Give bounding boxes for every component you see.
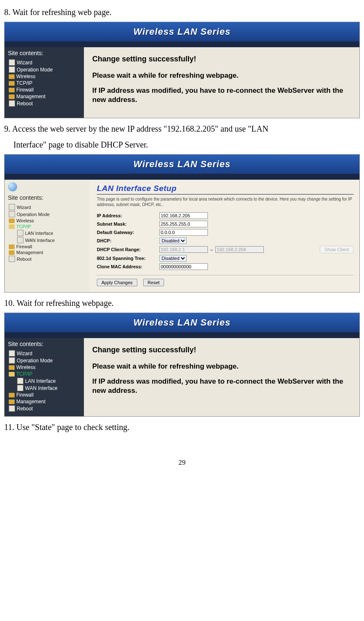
sidebar-item-management[interactable]: Management <box>6 93 82 100</box>
sidebar-item-opmode[interactable]: Operation Mode <box>6 211 88 218</box>
header-divider <box>5 332 359 338</box>
header-divider <box>5 174 359 180</box>
label-span: 802.1d Spanning Tree: <box>97 256 159 261</box>
content-area-success: Change setting successfully! Please wait… <box>84 47 359 118</box>
folder-icon <box>9 81 15 86</box>
sidebar-item-lan[interactable]: LAN Interface <box>6 229 88 237</box>
reset-button[interactable]: Reset <box>143 279 164 286</box>
row-ip: IP Address: <box>97 211 354 220</box>
page-icon <box>9 350 15 356</box>
row-mask: Subnet Mask: <box>97 220 354 228</box>
step-9-text-b: Interface" page to disable DHCP Server. <box>4 138 360 151</box>
sidebar-item-opmode[interactable]: Operation Mode <box>6 66 82 73</box>
page-icon <box>9 59 15 66</box>
input-gw[interactable] <box>159 229 208 236</box>
page-icon <box>9 66 15 73</box>
select-dhcp[interactable]: Disabled <box>159 237 187 244</box>
sidebar-item-tcpip[interactable]: TCP/IP <box>6 80 82 87</box>
folder-icon <box>9 250 15 255</box>
folder-icon <box>9 244 15 249</box>
step-9-text-a: 9. Access the web server by the new IP a… <box>4 122 360 135</box>
sidebar-item-wizard[interactable]: Wizard <box>6 59 82 66</box>
sidebar-item-management[interactable]: Management <box>6 249 88 255</box>
sidebar-item-wan[interactable]: WAN Interface <box>6 384 82 392</box>
lan-setup-title: LAN Interface Setup <box>97 184 354 195</box>
sidebar-title: Site contents: <box>8 50 82 56</box>
show-client-button: Show Client <box>320 246 354 253</box>
brand-header: Wireless LAN Series <box>5 155 359 174</box>
page-icon <box>9 211 15 217</box>
folder-icon <box>9 365 15 370</box>
folder-icon <box>9 88 15 92</box>
sidebar-item-tcpip[interactable]: TCP/IP <box>6 371 82 377</box>
button-row: Apply Changes Reset <box>97 275 354 286</box>
step-8-text: 8. Wait for refreshing web page. <box>4 6 360 18</box>
success-ipnote: If IP address was modified, you have to … <box>92 377 351 395</box>
step-10-text: 10. Wait for refreshing webpage. <box>4 297 360 309</box>
sidebar-item-wireless[interactable]: Wireless <box>6 73 82 80</box>
page-icon <box>17 237 23 243</box>
brand-header: Wireless LAN Series <box>5 22 359 41</box>
sidebar-item-wizard[interactable]: Wizard <box>6 350 82 357</box>
sidebar-item-reboot[interactable]: Reboot <box>6 255 88 262</box>
label-gw: Default Gateway: <box>97 230 159 235</box>
brand-header: Wireless LAN Series <box>5 313 359 332</box>
page-icon <box>9 256 15 262</box>
success-title: Change setting successfully! <box>92 55 351 64</box>
select-span[interactable]: Disabled <box>159 255 187 262</box>
sidebar: Site contents: Wizard Operation Mode Wir… <box>5 47 84 118</box>
folder-icon <box>9 94 15 99</box>
sidebar: Site contents: Wizard Operation Mode Wir… <box>5 338 84 416</box>
sidebar-item-opmode[interactable]: Operation Mode <box>6 357 82 364</box>
sidebar-item-reboot[interactable]: Reboot <box>6 405 82 412</box>
sidebar-item-wireless[interactable]: Wireless <box>6 364 82 371</box>
row-gw: Default Gateway: <box>97 228 354 237</box>
sidebar-title: Site contents: <box>8 194 88 201</box>
sidebar-item-tcpip[interactable]: TCP/IP <box>6 224 88 229</box>
page-icon <box>17 230 23 236</box>
sidebar-item-wireless[interactable]: Wireless <box>6 218 88 224</box>
sidebar: Site contents: Wizard Operation Mode Wir… <box>5 180 89 292</box>
screenshot-1: Wireless LAN Series Site contents: Wizar… <box>4 22 360 118</box>
page-icon <box>9 357 15 364</box>
sidebar-item-reboot[interactable]: Reboot <box>6 100 82 107</box>
step-11-text: 11. Use "State" page to check setting. <box>4 421 360 433</box>
row-clone: Clone MAC Address: <box>97 262 354 271</box>
label-dhcp: DHCP: <box>97 238 159 243</box>
input-mask[interactable] <box>159 221 208 227</box>
sidebar-item-wan[interactable]: WAN Interface <box>6 237 88 244</box>
sidebar-item-wizard[interactable]: Wizard <box>6 204 88 211</box>
label-ip: IP Address: <box>97 213 159 218</box>
input-range-start <box>159 246 208 253</box>
screenshot-2: Wireless LAN Series Site contents: Wizar… <box>4 154 360 293</box>
folder-open-icon <box>9 224 15 229</box>
sidebar-item-management[interactable]: Management <box>6 398 82 405</box>
sidebar-item-firewall[interactable]: Firewall <box>6 392 82 398</box>
sidebar-item-lan[interactable]: LAN Interface <box>6 377 82 384</box>
screenshot-3: Wireless LAN Series Site contents: Wizar… <box>4 313 360 417</box>
content-area-success: Change setting successfully! Please wait… <box>84 338 359 416</box>
header-divider <box>5 41 359 47</box>
folder-icon <box>9 219 15 223</box>
content-area-lan: LAN Interface Setup This page is used to… <box>89 180 359 292</box>
sidebar-item-firewall[interactable]: Firewall <box>6 244 88 249</box>
lan-setup-desc: This page is used to configure the param… <box>97 196 354 207</box>
folder-icon <box>9 400 15 404</box>
range-dash: – <box>210 247 213 252</box>
label-clone: Clone MAC Address: <box>97 264 159 269</box>
page-icon <box>17 385 23 391</box>
sidebar-title: Site contents: <box>8 341 82 347</box>
input-range-end <box>215 246 264 253</box>
success-ipnote: If IP address was modified, you have to … <box>92 86 351 104</box>
row-range: DHCP Client Range: – Show Client <box>97 245 354 254</box>
input-ip[interactable] <box>159 212 208 219</box>
page-icon <box>9 204 15 210</box>
label-mask: Subnet Mask: <box>97 221 159 227</box>
input-clone[interactable] <box>159 263 208 270</box>
folder-open-icon <box>9 372 15 377</box>
globe-icon <box>8 182 17 191</box>
apply-button[interactable]: Apply Changes <box>97 279 137 286</box>
page-icon <box>9 100 15 107</box>
sidebar-item-firewall[interactable]: Firewall <box>6 87 82 93</box>
page-icon <box>17 378 23 384</box>
